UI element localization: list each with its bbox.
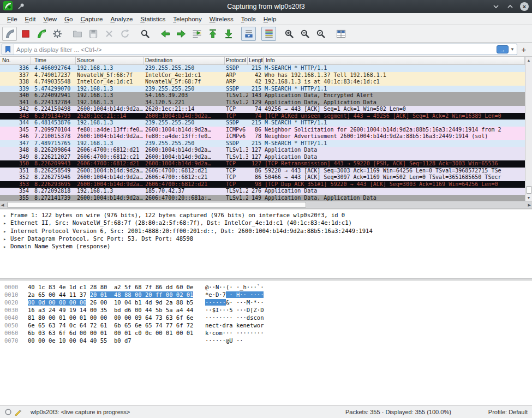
hex-row-0020[interactable]: 002000 0d 00 00 00 00 26 00 10 04 b1 4d … (0, 298, 532, 306)
column-header-source[interactable]: Source (76, 57, 144, 64)
zoom-out-icon[interactable] (297, 27, 312, 41)
scroll-up-icon[interactable]: ▲ (527, 57, 531, 64)
find-packet-icon[interactable] (138, 27, 152, 41)
cell-time: 7.209970104 (31, 127, 76, 134)
packet-row-349[interactable]: 3498.2262120272606:4700::6812:c212600:10… (0, 154, 525, 161)
packet-list-vertical-scrollbar[interactable]: ▲ ▼ (525, 57, 532, 201)
packet-row-353[interactable]: 3538.2262936952600:1004:b14d:9d2a…2606:4… (0, 181, 525, 188)
apply-filter-icon[interactable]: → (497, 45, 509, 53)
hex-row-0030[interactable]: 003016 a3 24 49 19 14 00 35 bd d6 00 44 … (0, 306, 532, 314)
packet-row-350[interactable]: 3508.2262099432606:4700::6812:d212600:10… (0, 160, 525, 168)
packet-row-337[interactable]: 3374.749017237NovatelW_5f:68:7fIntelCor_… (0, 72, 525, 79)
add-filter-button-icon[interactable]: + (517, 45, 530, 54)
reload-icon[interactable] (117, 27, 132, 41)
expand-arrow-icon[interactable]: ▸ (3, 235, 10, 243)
close-capture-icon[interactable] (101, 27, 116, 41)
packet-row-339[interactable]: 3395.474299070192.168.1.3239.255.255.250… (0, 86, 525, 93)
zoom-original-icon[interactable] (313, 27, 328, 41)
packet-row-341[interactable]: 3416.224132784192.168.1.334.120.5.221TLS… (0, 99, 525, 106)
detail-tree-item[interactable]: ▸Domain Name System (response) (0, 242, 532, 250)
filter-bookmark-icon[interactable] (2, 44, 14, 55)
expand-arrow-icon[interactable]: ▸ (3, 228, 10, 235)
menu-item-analyze[interactable]: Analyze (106, 15, 136, 23)
menu-item-edit[interactable]: Edit (21, 15, 40, 23)
cell-len: 86 (248, 168, 262, 175)
pin-icon[interactable] (17, 2, 25, 11)
close-window-icon[interactable]: × (520, 2, 529, 11)
column-header-info[interactable]: Info (264, 57, 525, 64)
expand-arrow-icon[interactable]: ▸ (3, 212, 10, 219)
capture-comment-icon[interactable] (13, 407, 23, 417)
hex-row-0040[interactable]: 004081 80 00 01 00 01 00 00 00 00 09 64 … (0, 314, 532, 321)
auto-scroll-icon[interactable] (241, 27, 256, 41)
capture-stop-icon[interactable] (18, 27, 33, 41)
scroll-right-icon[interactable]: ▶ (528, 201, 531, 208)
packet-row-344[interactable]: 3446.481453876192.168.1.3239.255.255.250… (0, 120, 525, 127)
column-header-destination[interactable]: Destination (144, 57, 225, 64)
packet-row-336[interactable]: 3364.466092764192.168.1.3239.255.255.250… (0, 65, 525, 72)
colorize-icon[interactable] (261, 27, 276, 41)
packet-row-343[interactable]: 3436.3791347992620:1ec:21::142600:1004:b… (0, 113, 525, 120)
menu-item-go[interactable]: Go (61, 15, 76, 23)
display-filter-field[interactable]: → ▼ (2, 44, 517, 55)
cell-proto: TCP (225, 174, 248, 181)
resize-columns-icon[interactable] (333, 27, 348, 41)
open-file-icon[interactable] (70, 27, 85, 41)
packet-row-338[interactable]: 3384.749035548IntelCor_4e:1d:c1NovatelW_… (0, 79, 525, 86)
detail-tree-item[interactable]: ▸Ethernet II, Src: NovatelW_5f:68:7f (28… (0, 219, 532, 226)
packet-row-345[interactable]: 3457.209970104fe80::a4de:13ff:fe0…2600:1… (0, 127, 525, 134)
display-filter-input[interactable] (14, 44, 497, 55)
hex-row-0060[interactable]: 00606b 03 63 6f 6d 00 00 01 00 01 c0 0c … (0, 329, 532, 337)
maximize-icon[interactable] (506, 2, 515, 11)
capture-start-icon[interactable] (2, 27, 17, 41)
detail-tree-item[interactable]: ▸Frame 1: 122 bytes on wire (976 bits), … (0, 211, 532, 219)
menu-item-view[interactable]: View (39, 15, 61, 23)
packet-row-346[interactable]: 3467.2100153782600:1004:b14d:9d2a…fe80::… (0, 133, 525, 140)
menu-item-help[interactable]: Help (260, 15, 280, 23)
capture-options-icon[interactable] (50, 27, 64, 41)
packet-row-351[interactable]: 3518.2262585492600:1004:b14d:9d2a…2606:4… (0, 168, 525, 175)
go-to-packet-icon[interactable] (189, 27, 204, 41)
menu-item-telephony[interactable]: Telephony (169, 15, 205, 23)
go-back-icon[interactable] (158, 27, 172, 41)
menu-item-wireless[interactable]: Wireless (206, 15, 237, 23)
packet-row-352[interactable]: 3528.2262759462600:1004:b14d:9d2a…2606:4… (0, 174, 525, 181)
expand-arrow-icon[interactable]: ▸ (3, 219, 10, 227)
scroll-left-icon[interactable]: ◀ (1, 201, 4, 208)
profile-selector[interactable]: Profile: Default (488, 409, 528, 415)
wireshark-window: Capturing from wlp0s20f3 × FileEditViewG… (0, 0, 532, 418)
hex-row-0010[interactable]: 00102a 65 00 44 11 37 20 01 48 88 00 20 … (0, 291, 532, 298)
expand-arrow-icon[interactable]: ▸ (3, 243, 10, 250)
hex-row-0050[interactable]: 00506e 65 63 74 0c 64 72 61 6b 65 6e 65 … (0, 321, 532, 329)
column-header-time[interactable]: Time (31, 57, 76, 64)
save-file-icon[interactable] (86, 27, 100, 41)
packet-row-347[interactable]: 3477.489715765192.168.1.3239.255.255.250… (0, 140, 525, 147)
go-last-icon[interactable] (221, 27, 236, 41)
horizontal-scroll-thumb[interactable] (7, 202, 306, 208)
detail-tree-item[interactable]: ▸Internet Protocol Version 6, Src: 2001:… (0, 227, 532, 235)
menu-item-capture[interactable]: Capture (76, 15, 106, 23)
packet-row-340[interactable]: 3406.224092941192.168.1.354.165.39.203TL… (0, 92, 525, 99)
column-header-length[interactable]: Length (248, 57, 264, 64)
hex-row-0000[interactable]: 000040 1c 83 4e 1d c1 28 80 a2 5f 68 7f … (0, 283, 532, 291)
packet-list-horizontal-scrollbar[interactable]: ◀ ▶ (0, 201, 532, 208)
filter-dropdown-icon[interactable]: ▼ (510, 47, 517, 52)
column-header-no[interactable]: No. (0, 57, 31, 64)
zoom-in-icon[interactable] (282, 27, 296, 41)
go-forward-icon[interactable] (174, 27, 188, 41)
cell-no: 353 (0, 181, 31, 188)
column-header-protocol[interactable]: Protocol (225, 57, 248, 64)
packet-row-348[interactable]: 3488.2262098642606:4700::6812:d212600:10… (0, 147, 525, 154)
capture-restart-icon[interactable] (34, 27, 49, 41)
menu-item-statistics[interactable]: Statistics (136, 15, 169, 23)
menu-item-file[interactable]: File (3, 15, 21, 23)
packet-row-342[interactable]: 3426.2241504982600:1004:b14d:9d2a…2620:1… (0, 106, 525, 113)
packet-row-354[interactable]: 3548.272092818192.168.1.3185.70.42.37TLS… (0, 188, 525, 195)
menu-item-tools[interactable]: Tools (237, 15, 260, 23)
expert-info-icon[interactable] (3, 407, 13, 417)
detail-tree-item[interactable]: ▸User Datagram Protocol, Src Port: 53, D… (0, 235, 532, 242)
vertical-scroll-thumb[interactable] (526, 186, 532, 194)
minimize-icon[interactable] (492, 2, 500, 11)
hex-row-0070[interactable]: 007000 00 0e 10 00 04 40 55 b0 d7······@… (0, 337, 532, 344)
go-first-icon[interactable] (205, 27, 220, 41)
